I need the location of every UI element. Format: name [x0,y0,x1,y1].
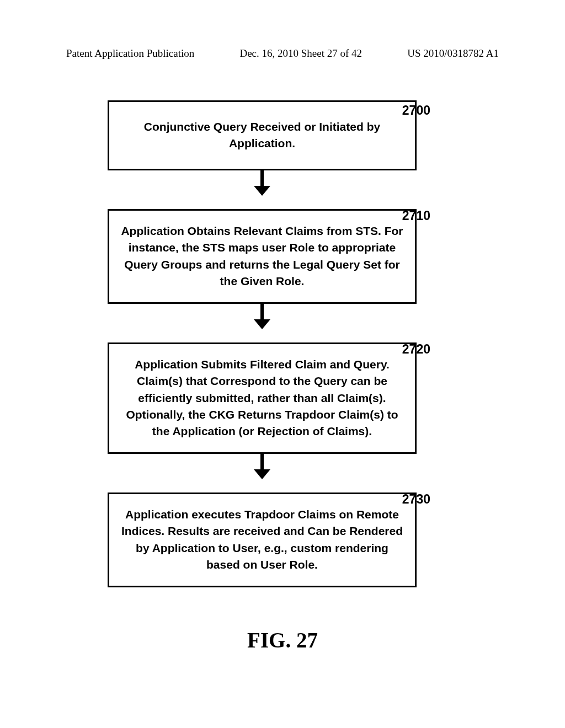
step-number: 2720 [402,342,430,357]
header-center: Dec. 16, 2010 Sheet 27 of 42 [239,47,362,60]
header-right: US 2010/0318782 A1 [407,47,499,60]
step-2730-group: 2730 Application executes Trapdoor Claim… [94,493,430,587]
step-number: 2730 [402,492,430,507]
step-2700-group: 2700 Conjunctive Query Received or Initi… [94,100,430,170]
arrow-down-icon [254,454,270,479]
figure-caption: FIG. 27 [0,628,565,652]
step-number: 2700 [402,103,430,118]
step-box: Application Submits Filtered Claim and Q… [108,342,417,454]
header-left: Patent Application Publication [66,47,194,60]
step-box: Conjunctive Query Received or Initiated … [108,100,417,170]
flowchart: 2700 Conjunctive Query Received or Initi… [94,83,430,587]
step-2710-group: 2710 Application Obtains Relevant Claims… [94,209,430,304]
step-box: Application Obtains Relevant Claims from… [108,209,417,304]
step-2720-group: 2720 Application Submits Filtered Claim … [94,342,430,454]
arrow-down-icon [254,170,270,196]
arrow-down-icon [254,304,270,329]
step-number: 2710 [402,208,430,223]
step-box: Application executes Trapdoor Claims on … [108,493,417,587]
page-header: Patent Application Publication Dec. 16, … [66,47,499,60]
